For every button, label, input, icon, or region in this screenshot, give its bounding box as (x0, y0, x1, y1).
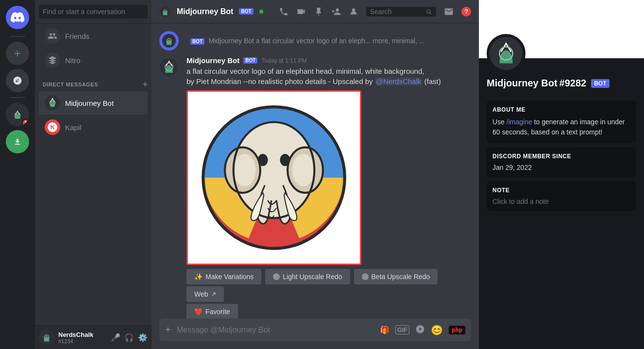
add-friend-icon[interactable] (331, 7, 341, 17)
member-since-label: DISCORD MEMBER SINCE (492, 153, 630, 160)
message-author: Midjourney Bot (186, 56, 239, 65)
member-since-section: DISCORD MEMBER SINCE Jan 29, 2022 (487, 147, 636, 177)
sticker-icon[interactable] (415, 324, 425, 336)
gift-icon[interactable]: 🎁 (380, 325, 390, 334)
kapil-avatar: K (45, 119, 60, 135)
action-buttons-row3: ❤️ Favorite (186, 304, 471, 318)
add-attachment-icon[interactable]: + (165, 318, 171, 341)
download-button[interactable] (6, 130, 29, 153)
bottom-username: NerdsChalk (58, 331, 107, 338)
prev-message-content: BOT Midjourney Bot a flat circular vecto… (190, 36, 425, 45)
about-me-highlight: /imagine (507, 118, 532, 126)
light-upscale-icon (273, 273, 280, 280)
chat-header-name: Midjourney Bot (177, 7, 233, 16)
bot-avatar (159, 57, 179, 77)
svg-point-16 (167, 66, 171, 68)
headset-icon[interactable]: 🎧 (124, 333, 134, 342)
header-icons: ? (279, 7, 471, 17)
profile-bot-badge: BOT (591, 79, 609, 88)
user-panel: Midjourney Bot #9282 BOT ABOUT ME Use /i… (479, 0, 644, 349)
mute-icon[interactable]: 🎤 (111, 333, 120, 342)
message-text: a flat circular vector logo of an elepha… (186, 66, 471, 86)
add-dm-button[interactable]: + (142, 80, 148, 89)
message-upscaled-by: - Upscaled by (328, 77, 373, 85)
prev-bot-badge: BOT (190, 38, 204, 45)
bottom-user-avatar (39, 330, 54, 345)
kapil-label: Kapil (65, 123, 81, 132)
note-section: NOTE Click to add a note (487, 181, 636, 211)
pin-icon[interactable] (314, 7, 323, 17)
make-variations-button[interactable]: ✨ Make Variations (186, 269, 261, 284)
sidebar-item-friends[interactable]: Friends (39, 24, 148, 48)
separator (10, 36, 25, 37)
dm-panel: Friends Nitro DIRECT MESSAGES + Midjourn… (35, 0, 152, 349)
dm-search-area (35, 0, 152, 24)
message-group: Midjourney Bot BOT Today at 1:11 PM a fl… (159, 56, 471, 318)
search-input[interactable] (39, 5, 148, 18)
member-since-date: Jan 29, 2022 (492, 164, 630, 171)
separator2 (10, 97, 25, 98)
midjourney-avatar (45, 95, 60, 111)
chat-search-input[interactable] (370, 8, 423, 16)
midjourney-bot-label: Midjourney Bot (65, 99, 114, 107)
call-icon[interactable] (279, 7, 288, 17)
sparkle-icon: ✨ (194, 273, 203, 281)
input-right-icons: 🎁 GIF 😊 php (380, 324, 465, 336)
friends-icon (45, 28, 60, 44)
generated-image[interactable] (186, 90, 361, 265)
gif-icon[interactable]: GIF (395, 325, 410, 334)
action-buttons-row1: ✨ Make Variations Light Upscale Redo Bet… (186, 269, 471, 284)
web-button[interactable]: Web ↗ (186, 286, 224, 302)
profile-tag: #9282 (559, 78, 587, 89)
note-label: NOTE (492, 187, 630, 194)
svg-point-35 (502, 51, 510, 56)
heart-icon: ❤️ (194, 308, 203, 316)
help-icon[interactable]: ? (461, 7, 471, 17)
prev-message-text: Midjourney Bot a flat circular vector lo… (209, 37, 425, 45)
dm-item-midjourney[interactable]: Midjourney Bot (39, 91, 148, 115)
beta-upscale-icon (362, 273, 369, 280)
about-me-text1: Use (492, 118, 507, 126)
nitro-icon (45, 52, 60, 68)
video-icon[interactable] (296, 7, 306, 17)
message-body: Midjourney Bot BOT Today at 1:11 PM a fl… (186, 56, 471, 318)
chat-search-area (366, 7, 436, 17)
online-status-indicator (259, 10, 263, 14)
favorite-button[interactable]: ❤️ Favorite (186, 304, 238, 318)
chat-messages: BOT Midjourney Bot a flat circular vecto… (152, 23, 479, 318)
message-suffix: (fast) (424, 77, 441, 85)
dm-item-kapil[interactable]: K Kapil (39, 116, 148, 139)
elephant-image-svg (188, 92, 360, 264)
message-text-line1: a flat circular vector logo of an elepha… (186, 67, 424, 75)
profile-icon[interactable] (349, 7, 358, 17)
user-avatar-button[interactable]: 1 (6, 103, 29, 126)
beta-upscale-redo-button[interactable]: Beta Upscale Redo (354, 269, 438, 284)
bottom-user-tag: #1234 (58, 338, 107, 344)
discord-logo-button[interactable] (6, 6, 29, 29)
light-upscale-redo-button[interactable]: Light Upscale Redo (265, 269, 350, 284)
nitro-label: Nitro (65, 56, 81, 65)
about-me-section: ABOUT ME Use /imagine to generate an ima… (487, 100, 636, 143)
friends-label: Friends (65, 32, 89, 40)
sidebar-item-nitro[interactable]: Nitro (39, 49, 148, 72)
external-link-icon: ↗ (211, 291, 216, 298)
svg-point-25 (234, 154, 256, 186)
add-server-button[interactable]: + (6, 42, 29, 65)
message-timestamp: Today at 1:11 PM (261, 57, 306, 64)
about-me-text: Use /imagine to generate an image in und… (492, 117, 630, 137)
settings-icon[interactable]: ⚙️ (138, 333, 148, 342)
notification-badge: 1 (21, 118, 29, 126)
bottom-controls: 🎤 🎧 ⚙️ (111, 333, 148, 342)
chat-input-box: + 🎁 GIF 😊 php (159, 318, 471, 341)
message-input[interactable] (177, 320, 374, 340)
note-input[interactable]: Click to add a note (492, 198, 630, 205)
inbox-icon[interactable] (444, 7, 454, 17)
svg-point-1 (16, 114, 19, 117)
prev-message-avatar (159, 31, 179, 50)
chat-header-bot-badge: BOT (239, 8, 253, 15)
prev-message-snippet: BOT Midjourney Bot a flat circular vecto… (159, 31, 471, 50)
bottom-user-info: NerdsChalk #1234 (58, 331, 107, 344)
emoji-icon[interactable]: 😊 (431, 324, 443, 336)
explore-button[interactable] (6, 69, 29, 92)
svg-text:K: K (51, 124, 55, 131)
